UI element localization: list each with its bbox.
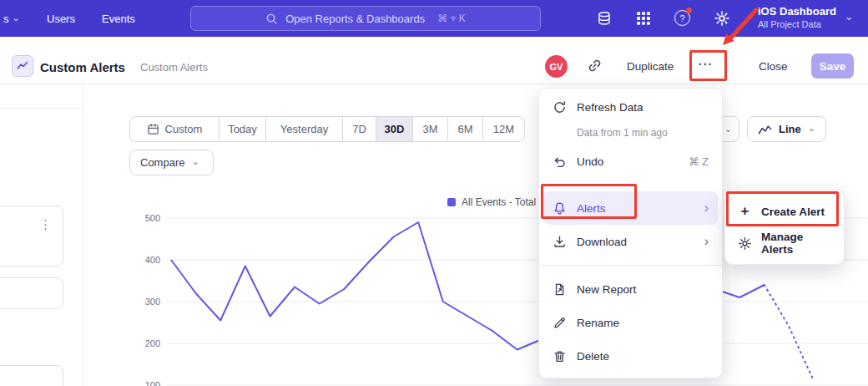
menu-item-refresh-data[interactable]: Refresh Data Data from 1 min ago	[539, 94, 722, 145]
menu-item-label: New Report	[577, 283, 636, 296]
menu-item-download[interactable]: Download ›	[539, 225, 722, 258]
undo-icon	[553, 155, 567, 169]
menu-item-label: Undo	[577, 155, 603, 168]
svg-text:500: 500	[145, 213, 160, 223]
sidebar-divider	[0, 108, 83, 109]
project-switcher[interactable]: iOS Dashboard All Project Data	[758, 4, 836, 30]
alerts-submenu: + Create Alert Manage Alerts	[724, 190, 845, 265]
menu-item-label: Delete	[577, 350, 609, 363]
range-yesterday[interactable]: Yesterday	[265, 117, 342, 141]
menu-item-undo[interactable]: Undo ⌘ Z	[539, 145, 722, 178]
range-12m[interactable]: 12M	[482, 117, 524, 141]
submenu-item-label: Create Alert	[761, 206, 825, 218]
report-type-icon	[12, 55, 33, 77]
refresh-icon	[553, 100, 567, 114]
menu-item-label: Download	[577, 236, 627, 248]
range-label: Yesterday	[280, 123, 328, 135]
context-menu: Refresh Data Data from 1 min ago Undo ⌘ …	[538, 88, 723, 378]
submenu-item-label: Manage Alerts	[761, 231, 831, 256]
menu-item-rename[interactable]: Rename	[539, 306, 722, 339]
calendar-icon	[147, 123, 159, 135]
range-custom[interactable]: Custom	[130, 117, 219, 141]
new-report-icon	[553, 282, 567, 297]
duplicate-button[interactable]: Duplicate	[627, 60, 674, 73]
submenu-item-manage-alerts[interactable]: Manage Alerts	[725, 227, 844, 259]
gear-icon[interactable]	[714, 10, 730, 27]
menu-item-subtitle: Data from 1 min ago	[577, 127, 709, 139]
app-window: s ⌄ Users Events Open Reports & Dashboar…	[0, 0, 868, 386]
range-label: 7D	[352, 123, 366, 135]
bell-icon	[553, 201, 567, 216]
chevron-down-icon: ⌄	[724, 124, 732, 134]
project-name: iOS Dashboard	[758, 4, 836, 18]
svg-text:100: 100	[145, 380, 160, 386]
more-vertical-icon[interactable]: ⋮	[39, 217, 52, 232]
top-nav: s ⌄ Users Events Open Reports & Dashboar…	[0, 0, 868, 37]
range-today[interactable]: Today	[219, 117, 265, 141]
menu-item-delete[interactable]: Delete	[539, 339, 722, 373]
close-button[interactable]: Close	[759, 60, 788, 73]
chevron-down-icon: ⌄	[13, 13, 20, 23]
sidebar-report-card[interactable]	[0, 277, 63, 309]
chevron-down-icon: ⌄	[845, 12, 853, 22]
nav-item-boards-partial[interactable]: s ⌄	[3, 0, 20, 37]
legend-item[interactable]: All Events - Total	[447, 196, 536, 208]
sidebar-report-card[interactable]: ⋮	[0, 206, 63, 267]
page-title: Custom Alerts	[40, 60, 125, 74]
chevron-down-icon: ⌄	[808, 124, 815, 133]
notification-dot	[686, 8, 692, 13]
menu-divider	[539, 265, 722, 266]
range-6m[interactable]: 6M	[447, 117, 482, 141]
range-30d-selected[interactable]: 30D	[376, 117, 412, 141]
gear-icon	[738, 236, 752, 251]
breadcrumb: Custom Alerts	[140, 61, 208, 74]
line-chart-icon	[758, 124, 772, 135]
plus-icon: +	[738, 203, 752, 220]
chevron-right-icon: ›	[704, 201, 709, 215]
nav-item-users[interactable]: Users	[47, 0, 75, 37]
data-icon[interactable]	[596, 10, 613, 27]
range-label: 30D	[385, 123, 405, 135]
compare-label: Compare	[140, 156, 184, 169]
legend-swatch	[447, 198, 456, 206]
menu-item-label: Rename	[577, 317, 619, 329]
pencil-icon	[553, 316, 567, 330]
legend-label: All Events - Total	[462, 196, 536, 208]
range-3m[interactable]: 3M	[412, 117, 447, 141]
nav-item-label: Events	[102, 13, 135, 25]
date-range-control: Custom Today Yesterday 7D 30D 3M 6M 12M	[129, 116, 525, 142]
menu-item-shortcut: ⌘ Z	[689, 155, 709, 168]
svg-text:400: 400	[145, 255, 160, 265]
range-label: 6M	[457, 123, 472, 135]
range-label: Today	[228, 123, 257, 135]
report-header: Custom Alerts Custom Alerts GV Duplicate…	[0, 37, 868, 84]
avatar[interactable]: GV	[545, 55, 568, 78]
global-search-input[interactable]: Open Reports & Dashboards ⌘ + K	[190, 6, 541, 31]
svg-text:300: 300	[145, 297, 160, 307]
save-button[interactable]: Save	[811, 53, 854, 79]
menu-item-alerts[interactable]: Alerts ›	[543, 191, 718, 225]
sidebar-report-card[interactable]	[0, 365, 63, 386]
nav-item-label: Users	[47, 13, 75, 25]
project-subtitle: All Project Data	[758, 18, 836, 30]
nav-item-label: s	[3, 13, 9, 25]
more-options-button[interactable]: ⋯	[698, 55, 713, 73]
range-label: 12M	[493, 123, 514, 135]
compare-button[interactable]: Compare ⌄	[129, 150, 214, 175]
share-link-icon[interactable]	[587, 58, 603, 74]
chart-type-button[interactable]: Line ⌄	[747, 116, 826, 142]
nav-item-events[interactable]: Events	[102, 0, 135, 37]
menu-item-new-report[interactable]: New Report	[539, 272, 722, 306]
download-icon	[553, 235, 567, 249]
chart-type-label: Line	[779, 123, 801, 135]
apps-grid-icon[interactable]	[635, 10, 652, 27]
search-placeholder: Open Reports & Dashboards	[285, 13, 425, 25]
range-7d[interactable]: 7D	[342, 117, 376, 141]
svg-text:200: 200	[145, 338, 160, 348]
submenu-item-create-alert[interactable]: + Create Alert	[725, 196, 844, 227]
chevron-right-icon: ›	[704, 235, 709, 248]
search-icon	[265, 13, 278, 25]
menu-item-label: Refresh Data	[577, 101, 643, 114]
chevron-down-icon: ⌄	[191, 157, 199, 166]
trash-icon	[553, 349, 567, 363]
